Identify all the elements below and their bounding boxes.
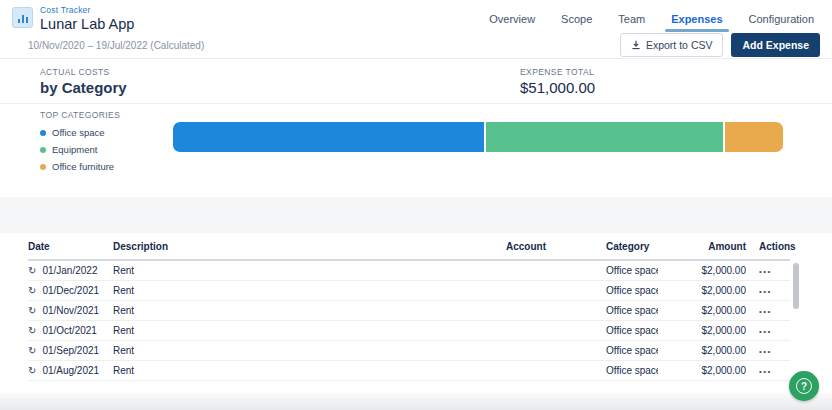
chart-body: TOP CATEGORIES Office spaceEquipmentOffi… [0,104,832,178]
column-header-actions: Actions [746,233,790,260]
category-cell: Office space [546,341,658,361]
recurring-icon: ↻ [28,306,36,316]
row-actions-menu-button[interactable]: ••• [759,307,772,316]
description-cell: Rent [113,301,448,321]
row-actions-menu-button[interactable]: ••• [759,367,772,376]
bar-segment-office-space[interactable] [173,122,484,152]
amount-cell: $2,000.00 [658,341,746,361]
actual-costs-card: ACTUAL COSTS by Category EXPENSE TOTAL $… [0,58,832,197]
section-title: by Category [40,79,520,96]
expense-date: 01/Aug/2021 [42,365,99,376]
expense-date: 01/Dec/2021 [42,285,99,296]
recurring-icon: ↻ [28,346,36,356]
actions-cell: ••• [746,321,790,341]
date-cell-content: ↻01/Dec/2021 [28,285,113,296]
tab-overview[interactable]: Overview [489,13,535,32]
expenses-table: DateDescriptionAccountCategoryAmountActi… [28,233,790,381]
table-row: ↻01/Nov/2021RentOffice space$2,000.00••• [28,301,790,321]
chart-legend: TOP CATEGORIES Office spaceEquipmentOffi… [40,110,173,178]
tab-team[interactable]: Team [618,13,645,32]
cost-tracker-page: Cost Tracker Lunar Lab App OverviewScope… [0,0,832,410]
titles: Cost Tracker Lunar Lab App [40,5,134,32]
expense-total: EXPENSE TOTAL $51,000.00 [520,67,595,103]
date-cell-content: ↻01/Nov/2021 [28,305,113,316]
row-actions-menu-button[interactable]: ••• [759,287,772,296]
stacked-bar-chart [173,122,783,152]
date-cell-content: ↻01/Sep/2021 [28,345,113,356]
date-cell: ↻01/Oct/2021 [28,321,113,341]
account-cell [448,281,546,301]
account-cell [448,341,546,361]
actions-cell: ••• [746,341,790,361]
account-cell [448,361,546,381]
date-cell: ↻01/Sep/2021 [28,341,113,361]
account-cell [448,321,546,341]
column-header-category: Category [546,233,658,260]
row-actions-menu-button[interactable]: ••• [759,267,772,276]
question-icon: ? [796,378,812,394]
date-cell-content: ↻01/Aug/2021 [28,365,113,376]
description-cell: Rent [113,321,448,341]
column-header-description: Description [113,233,448,260]
expense-date: 01/Oct/2021 [42,325,96,336]
legend-items: Office spaceEquipmentOffice furniture [40,127,173,172]
row-actions-menu-button[interactable]: ••• [759,327,772,336]
legend-item-equipment: Equipment [40,144,173,155]
bar-segment-office-furniture[interactable] [723,122,783,152]
export-csv-button[interactable]: Export to CSV [620,33,724,57]
bar-segment-equipment[interactable] [484,122,723,152]
row-actions-menu-button[interactable]: ••• [759,347,772,356]
export-csv-label: Export to CSV [646,39,713,51]
help-button[interactable]: ? [789,371,819,401]
tab-scope[interactable]: Scope [561,13,592,32]
description-cell: Rent [113,341,448,361]
actions-cell: ••• [746,260,790,281]
expense-date: 01/Sep/2021 [42,345,99,356]
tab-configuration[interactable]: Configuration [749,13,814,32]
expense-date: 01/Jan/2022 [42,265,97,276]
bottom-band [0,393,832,410]
header: Cost Tracker Lunar Lab App OverviewScope… [0,0,832,32]
actions-cell: ••• [746,281,790,301]
category-cell: Office space [546,301,658,321]
date-cell: ↻01/Nov/2021 [28,301,113,321]
toolbar-actions: Export to CSV Add Expense [620,33,820,57]
legend-dot-icon [40,147,46,153]
category-cell: Office space [546,281,658,301]
tab-expenses[interactable]: Expenses [671,13,722,32]
add-expense-button[interactable]: Add Expense [731,33,820,57]
expenses-table-card: DateDescriptionAccountCategoryAmountActi… [0,233,832,394]
column-header-date: Date [28,233,113,260]
project-avatar-chart-icon [12,7,33,28]
recurring-icon: ↻ [28,286,36,296]
description-cell: Rent [113,281,448,301]
page-title: Lunar Lab App [40,16,134,32]
app-identity: Cost Tracker Lunar Lab App [12,5,134,32]
expense-date: 01/Nov/2021 [42,305,99,316]
section-heading: ACTUAL COSTS by Category [40,67,520,103]
date-cell: ↻01/Aug/2021 [28,361,113,381]
column-header-account: Account [448,233,546,260]
date-range-label: 10/Nov/2020 – 19/Jul/2022 (Calculated) [28,40,204,51]
column-header-amount: Amount [658,233,746,260]
date-cell-content: ↻01/Oct/2021 [28,325,113,336]
category-cell: Office space [546,321,658,341]
recurring-icon: ↻ [28,266,36,276]
legend-item-label: Office space [52,127,105,138]
amount-cell: $2,000.00 [658,361,746,381]
legend-dot-icon [40,130,46,136]
product-label: Cost Tracker [40,5,134,15]
expense-total-label: EXPENSE TOTAL [520,67,595,77]
legend-item-office-space: Office space [40,127,173,138]
date-cell: ↻01/Dec/2021 [28,281,113,301]
expense-total-value: $51,000.00 [520,79,595,96]
table-row: ↻01/Sep/2021RentOffice space$2,000.00••• [28,341,790,361]
amount-cell: $2,000.00 [658,281,746,301]
table-scrollbar[interactable] [793,263,799,309]
table-header-row: DateDescriptionAccountCategoryAmountActi… [28,233,790,260]
account-cell [448,260,546,281]
description-cell: Rent [113,361,448,381]
table-row: ↻01/Jan/2022RentOffice space$2,000.00••• [28,260,790,281]
legend-item-office-furniture: Office furniture [40,161,173,172]
table-row: ↻01/Oct/2021RentOffice space$2,000.00••• [28,321,790,341]
